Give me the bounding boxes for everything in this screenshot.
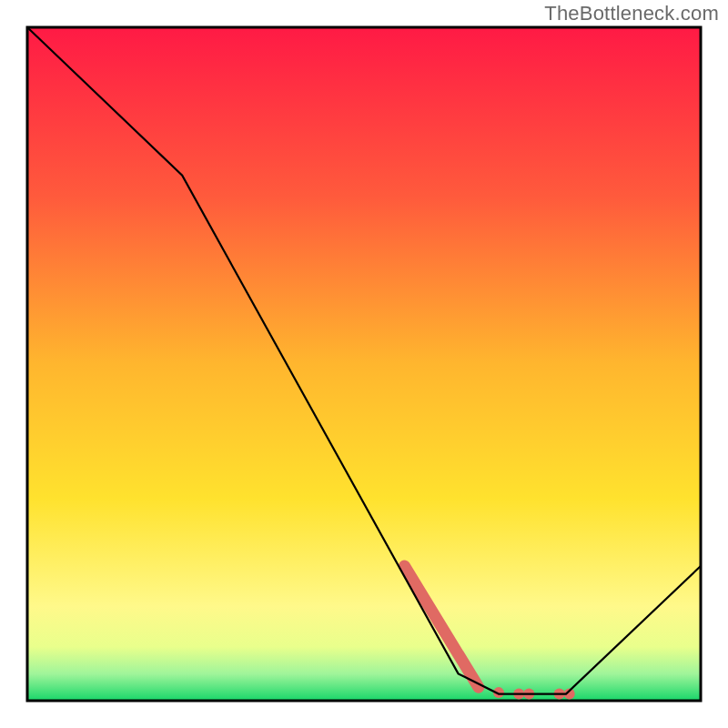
- bottleneck-chart: [0, 0, 728, 728]
- watermark-text: TheBottleneck.com: [544, 2, 719, 25]
- plot-background: [27, 27, 701, 701]
- chart-container: TheBottleneck.com: [0, 0, 728, 728]
